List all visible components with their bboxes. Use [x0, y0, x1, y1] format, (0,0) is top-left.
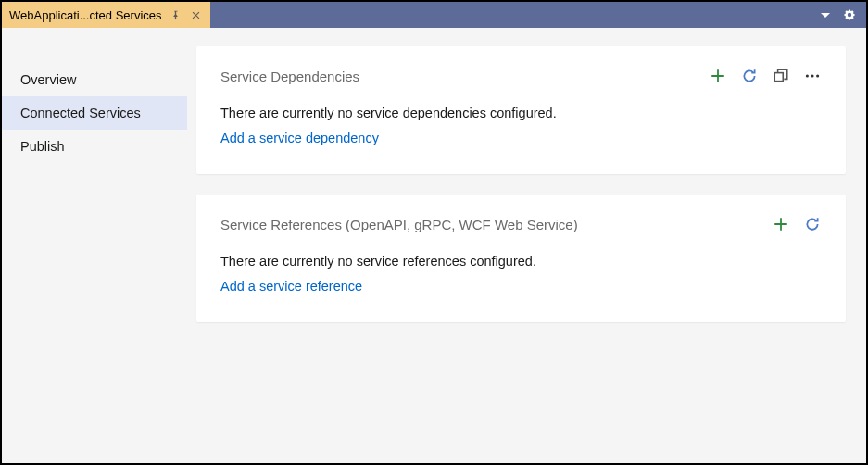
content-area: Overview Connected Services Publish Serv…: [2, 28, 866, 463]
card-title: Service References (OpenAPI, gRPC, WCF W…: [220, 217, 578, 232]
card-header: Service Dependencies: [220, 67, 822, 85]
card-actions: [772, 215, 822, 233]
svg-rect-0: [774, 73, 783, 82]
sidebar-item-overview[interactable]: Overview: [2, 63, 187, 96]
gear-icon[interactable]: [842, 7, 857, 22]
titlebar-controls: [818, 7, 866, 22]
add-icon[interactable]: [709, 67, 727, 85]
document-tab[interactable]: WebApplicati...cted Services: [2, 2, 210, 28]
card-title: Service Dependencies: [220, 69, 359, 84]
sidebar-item-connected-services[interactable]: Connected Services: [2, 96, 187, 130]
card-actions: [709, 67, 822, 85]
empty-state-text: There are currently no service dependenc…: [220, 106, 822, 120]
svg-point-3: [816, 74, 819, 77]
add-icon[interactable]: [772, 215, 790, 233]
main-panel: Service Dependencies There ar: [187, 28, 866, 463]
window-position-icon[interactable]: [818, 7, 833, 22]
refresh-icon[interactable]: [803, 215, 822, 233]
titlebar: WebApplicati...cted Services: [2, 2, 866, 28]
service-references-card: Service References (OpenAPI, gRPC, WCF W…: [196, 195, 846, 322]
restore-icon[interactable]: [772, 67, 790, 85]
more-icon[interactable]: [803, 67, 822, 85]
sidebar: Overview Connected Services Publish: [2, 28, 187, 463]
add-service-reference-link[interactable]: Add a service reference: [220, 279, 362, 294]
empty-state-text: There are currently no service reference…: [220, 254, 822, 269]
service-dependencies-card: Service Dependencies There ar: [196, 46, 846, 174]
refresh-icon[interactable]: [740, 67, 759, 85]
close-icon[interactable]: [190, 8, 203, 21]
sidebar-item-publish[interactable]: Publish: [2, 130, 187, 163]
tab-title: WebApplicati...cted Services: [9, 8, 162, 22]
svg-point-2: [811, 74, 813, 77]
pin-icon[interactable]: [170, 8, 182, 21]
card-header: Service References (OpenAPI, gRPC, WCF W…: [220, 215, 822, 233]
add-service-dependency-link[interactable]: Add a service dependency: [220, 131, 379, 145]
svg-point-1: [806, 74, 809, 77]
